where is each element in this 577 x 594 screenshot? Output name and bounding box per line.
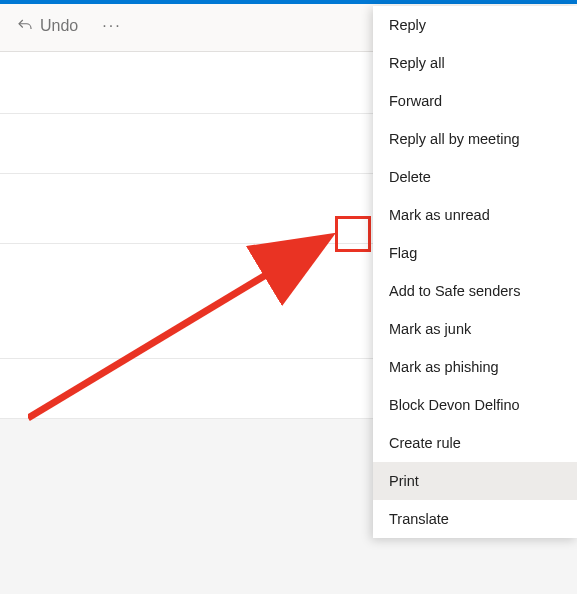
menu-item-mark-as-unread[interactable]: Mark as unread [373, 196, 577, 234]
menu-item-reply-all[interactable]: Reply all [373, 44, 577, 82]
menu-item-mark-as-junk[interactable]: Mark as junk [373, 310, 577, 348]
menu-item-print[interactable]: Print [373, 462, 577, 500]
menu-item-mark-as-phishing[interactable]: Mark as phishing [373, 348, 577, 386]
context-menu: Reply Reply all Forward Reply all by mee… [373, 6, 577, 538]
toolbar-more-button[interactable]: ··· [90, 13, 133, 39]
menu-item-block-sender[interactable]: Block Devon Delfino [373, 386, 577, 424]
undo-button[interactable]: Undo [12, 13, 82, 39]
menu-item-flag[interactable]: Flag [373, 234, 577, 272]
menu-item-reply-all-by-meeting[interactable]: Reply all by meeting [373, 120, 577, 158]
menu-item-delete[interactable]: Delete [373, 158, 577, 196]
undo-label: Undo [40, 17, 78, 35]
menu-item-create-rule[interactable]: Create rule [373, 424, 577, 462]
undo-icon [16, 17, 34, 35]
menu-item-translate[interactable]: Translate [373, 500, 577, 538]
top-accent-bar [0, 0, 577, 4]
menu-item-add-to-safe-senders[interactable]: Add to Safe senders [373, 272, 577, 310]
menu-item-reply[interactable]: Reply [373, 6, 577, 44]
menu-item-forward[interactable]: Forward [373, 82, 577, 120]
